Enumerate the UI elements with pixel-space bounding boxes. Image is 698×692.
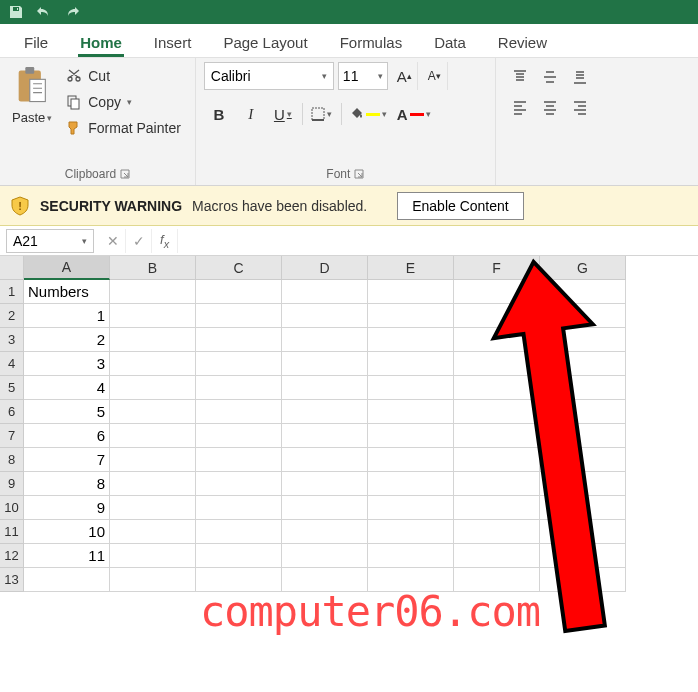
font-color-button[interactable]: A ▾ xyxy=(393,100,435,128)
cell[interactable] xyxy=(282,568,368,592)
copy-button[interactable]: Copy ▾ xyxy=(62,92,185,112)
shrink-font-button[interactable]: A▾ xyxy=(422,62,448,90)
cell[interactable]: 2 xyxy=(24,328,110,352)
tab-formulas[interactable]: Formulas xyxy=(324,28,419,57)
italic-button[interactable]: I xyxy=(236,100,266,128)
cell[interactable] xyxy=(540,400,626,424)
cell[interactable] xyxy=(454,544,540,568)
cell[interactable] xyxy=(540,568,626,592)
row-header[interactable]: 1 xyxy=(0,280,24,304)
cell[interactable] xyxy=(282,280,368,304)
cell[interactable] xyxy=(454,448,540,472)
cell[interactable] xyxy=(454,424,540,448)
cell[interactable] xyxy=(454,304,540,328)
align-top-button[interactable] xyxy=(506,64,534,90)
cell[interactable] xyxy=(110,328,196,352)
paste-button[interactable]: Paste ▾ xyxy=(8,62,56,165)
cell[interactable] xyxy=(454,520,540,544)
font-name-dropdown[interactable]: Calibri▾ xyxy=(204,62,334,90)
cell[interactable] xyxy=(196,472,282,496)
cell[interactable] xyxy=(110,352,196,376)
cell[interactable] xyxy=(368,400,454,424)
format-painter-button[interactable]: Format Painter xyxy=(62,118,185,138)
cell[interactable] xyxy=(110,304,196,328)
row-header[interactable]: 3 xyxy=(0,328,24,352)
cell[interactable] xyxy=(368,472,454,496)
cell[interactable]: 10 xyxy=(24,520,110,544)
row-header[interactable]: 13 xyxy=(0,568,24,592)
align-bottom-button[interactable] xyxy=(566,64,594,90)
cell[interactable] xyxy=(454,472,540,496)
cell[interactable] xyxy=(196,376,282,400)
cell[interactable] xyxy=(282,448,368,472)
cell[interactable] xyxy=(368,304,454,328)
cell[interactable] xyxy=(368,280,454,304)
cell[interactable] xyxy=(368,424,454,448)
cell[interactable] xyxy=(540,280,626,304)
fill-color-button[interactable]: ▾ xyxy=(346,100,391,128)
cell[interactable] xyxy=(540,328,626,352)
cell[interactable] xyxy=(540,304,626,328)
cell[interactable]: 6 xyxy=(24,424,110,448)
fx-icon[interactable]: fx xyxy=(152,232,177,250)
bold-button[interactable]: B xyxy=(204,100,234,128)
cell[interactable] xyxy=(454,400,540,424)
cell[interactable] xyxy=(454,568,540,592)
column-header[interactable]: F xyxy=(454,256,540,280)
column-header[interactable]: D xyxy=(282,256,368,280)
row-header[interactable]: 2 xyxy=(0,304,24,328)
tab-data[interactable]: Data xyxy=(418,28,482,57)
cell[interactable] xyxy=(282,424,368,448)
row-header[interactable]: 9 xyxy=(0,472,24,496)
enter-formula-button[interactable]: ✓ xyxy=(126,229,152,253)
cell[interactable] xyxy=(196,328,282,352)
cell[interactable] xyxy=(368,376,454,400)
redo-icon[interactable] xyxy=(64,4,80,20)
cell[interactable] xyxy=(368,448,454,472)
name-box[interactable]: A21▾ xyxy=(6,229,94,253)
cell[interactable] xyxy=(196,568,282,592)
cell[interactable] xyxy=(540,352,626,376)
cell[interactable] xyxy=(282,376,368,400)
undo-icon[interactable] xyxy=(36,4,52,20)
cell[interactable] xyxy=(368,496,454,520)
column-header[interactable]: A xyxy=(24,256,110,280)
align-center-button[interactable] xyxy=(536,94,564,120)
cell[interactable] xyxy=(454,352,540,376)
row-header[interactable]: 6 xyxy=(0,400,24,424)
align-middle-button[interactable] xyxy=(536,64,564,90)
column-header[interactable]: G xyxy=(540,256,626,280)
enable-content-button[interactable]: Enable Content xyxy=(397,192,524,220)
cell[interactable]: 7 xyxy=(24,448,110,472)
cell[interactable] xyxy=(282,400,368,424)
cell[interactable] xyxy=(540,520,626,544)
cell[interactable] xyxy=(110,544,196,568)
cell[interactable]: 1 xyxy=(24,304,110,328)
tab-review[interactable]: Review xyxy=(482,28,563,57)
cell[interactable] xyxy=(282,472,368,496)
select-all-corner[interactable] xyxy=(0,256,24,280)
cell[interactable] xyxy=(282,328,368,352)
cell[interactable] xyxy=(540,424,626,448)
align-left-button[interactable] xyxy=(506,94,534,120)
cell[interactable] xyxy=(196,544,282,568)
formula-input[interactable] xyxy=(177,229,698,253)
cell[interactable] xyxy=(368,544,454,568)
column-header[interactable]: E xyxy=(368,256,454,280)
cell[interactable] xyxy=(454,496,540,520)
grow-font-button[interactable]: A▴ xyxy=(392,62,418,90)
dialog-launcher-icon[interactable] xyxy=(354,169,364,179)
cell[interactable] xyxy=(196,280,282,304)
cell[interactable] xyxy=(540,448,626,472)
dialog-launcher-icon[interactable] xyxy=(120,169,130,179)
column-header[interactable]: B xyxy=(110,256,196,280)
cell[interactable]: 9 xyxy=(24,496,110,520)
column-header[interactable]: C xyxy=(196,256,282,280)
cell[interactable] xyxy=(110,472,196,496)
cancel-formula-button[interactable]: ✕ xyxy=(100,229,126,253)
cell[interactable] xyxy=(282,544,368,568)
cell[interactable] xyxy=(24,568,110,592)
cell[interactable] xyxy=(454,376,540,400)
cell[interactable] xyxy=(282,304,368,328)
cell[interactable]: 4 xyxy=(24,376,110,400)
